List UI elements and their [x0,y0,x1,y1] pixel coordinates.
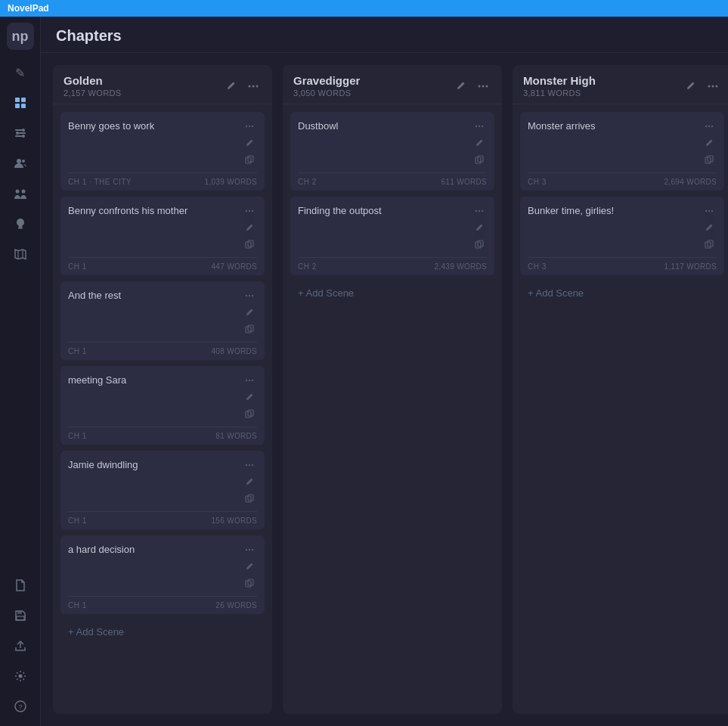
svg-point-69 [708,85,711,87]
svg-point-53 [252,549,253,551]
scene-card[interactable]: meeting SaraCH 181 WORDS [60,366,265,445]
svg-point-52 [249,549,250,551]
scene-card[interactable]: Monster arrivesCH 32,694 WORDS [520,112,724,191]
svg-point-66 [482,210,483,212]
sidebar-item-users[interactable] [7,150,34,177]
sidebar-logo[interactable]: np [7,23,34,50]
column-pen-button-monster-high[interactable] [683,79,699,92]
sidebar-item-save[interactable] [7,602,34,629]
scene-pen-button[interactable] [242,221,257,234]
scene-more-button[interactable] [472,119,487,133]
scene-chapter: CH 1 [68,517,87,525]
svg-point-11 [22,160,25,163]
scene-more-button[interactable] [242,119,257,133]
scene-pen-button[interactable] [472,221,487,234]
scene-pen-button[interactable] [702,136,717,150]
sidebar-item-bulb[interactable] [7,210,34,237]
scene-card[interactable]: DustbowlCH 2611 WORDS [290,112,494,191]
svg-point-13 [21,190,25,194]
scene-pen-button[interactable] [242,306,257,319]
sidebar-item-sliders[interactable] [7,119,34,147]
scene-card[interactable]: Bunker time, girlies!CH 31,117 WORDS [520,197,724,275]
page-title: Chapters [56,27,713,45]
svg-text:?: ? [18,703,22,711]
svg-point-56 [479,85,481,87]
scene-wordcount: 2,694 WORDS [664,178,717,186]
sidebar-item-doc[interactable] [7,572,34,599]
scene-title: Monster arrives [528,119,697,133]
scene-chapter: CH 1 [68,347,87,355]
scene-more-button[interactable] [242,204,257,218]
scene-more-button[interactable] [242,289,257,302]
add-scene-button-golden[interactable]: + Add Scene [60,620,265,644]
svg-point-72 [705,126,707,127]
topbar: NovelPad [0,0,728,17]
column-header-golden: Golden2,157 WORDS [53,65,272,104]
sidebar-item-help[interactable]: ? [7,693,34,720]
scene-card[interactable]: Jamie dwindlingCH 1156 WORDS [60,451,265,529]
svg-point-58 [486,85,488,87]
scene-wordcount: 1,117 WORDS [664,262,717,271]
scene-copy-button[interactable] [242,237,257,251]
scene-card[interactable]: And the restCH 1408 WORDS [60,281,265,360]
scene-pen-button[interactable] [242,475,257,489]
sidebar-item-settings[interactable] [7,662,34,690]
svg-point-61 [482,126,483,127]
scene-pen-button[interactable] [472,136,487,150]
sidebar-item-pen[interactable]: ✎ [7,59,34,86]
scene-more-button[interactable] [242,374,257,387]
scene-copy-button[interactable] [472,153,487,166]
scene-copy-button[interactable] [702,153,717,166]
svg-point-74 [711,126,713,127]
column-pen-button-gravedigger[interactable] [453,79,469,92]
scene-card[interactable]: a hard decisionCH 126 WORDS [60,535,265,614]
scene-wordcount: 2,439 WORDS [435,262,487,271]
scene-pen-button[interactable] [702,221,717,234]
scene-card[interactable]: Benny goes to workCH 1 · THE CITY1,039 W… [60,112,265,191]
scene-copy-button[interactable] [242,153,257,166]
scene-more-button[interactable] [702,204,717,218]
column-more-button-golden[interactable] [245,79,262,93]
svg-point-32 [249,210,250,212]
svg-point-42 [249,380,250,381]
add-scene-button-gravedigger[interactable]: + Add Scene [290,281,494,305]
svg-rect-1 [21,98,26,102]
svg-point-59 [476,126,477,127]
column-more-button-gravedigger[interactable] [475,79,491,93]
sidebar-item-grid[interactable] [7,89,34,116]
scene-copy-button[interactable] [702,237,717,251]
sidebar-item-groups[interactable] [7,180,34,207]
column-more-button-monster-high[interactable] [705,79,721,93]
scene-card[interactable]: Finding the outpostCH 22,439 WORDS [290,197,494,275]
scene-title: Benny goes to work [68,119,237,133]
scene-card[interactable]: Benny confronts his motherCH 1447 WORDS [60,197,265,275]
scene-copy-button[interactable] [242,492,257,505]
scene-more-button[interactable] [242,458,257,472]
page-header: Chapters [41,17,728,53]
svg-point-71 [716,85,718,87]
column-pen-button-golden[interactable] [223,79,239,92]
scene-pen-button[interactable] [242,136,257,150]
sidebar-item-export[interactable] [7,632,34,659]
svg-point-51 [246,549,247,551]
scene-wordcount: 408 WORDS [212,347,258,355]
svg-point-43 [252,380,253,381]
scene-copy-button[interactable] [472,237,487,251]
scene-wordcount: 1,039 WORDS [205,178,257,186]
sidebar-item-map[interactable] [7,240,34,268]
scene-copy-button[interactable] [242,576,257,590]
svg-point-20 [18,675,22,678]
scene-copy-button[interactable] [242,322,257,336]
scene-copy-button[interactable] [242,407,257,420]
scene-more-button[interactable] [702,119,717,133]
scene-more-button[interactable] [242,543,257,557]
scene-pen-button[interactable] [242,560,257,573]
add-scene-button-monster-high[interactable]: + Add Scene [520,281,724,305]
scene-pen-button[interactable] [242,390,257,404]
svg-point-27 [249,126,250,127]
scene-more-button[interactable] [472,204,487,218]
scene-wordcount: 156 WORDS [212,517,258,525]
scene-title: Benny confronts his mother [68,204,237,218]
column-body-gravedigger: DustbowlCH 2611 WORDSFinding the outpost… [283,104,502,714]
svg-point-31 [246,210,247,212]
